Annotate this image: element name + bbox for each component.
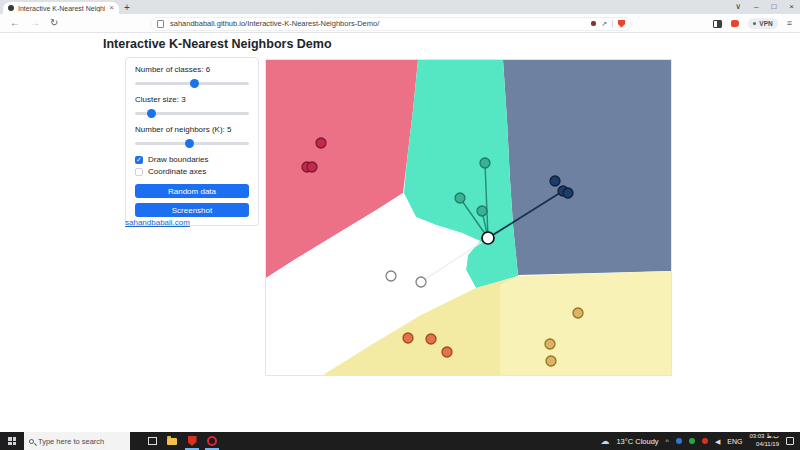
back-icon[interactable]: ← (10, 18, 20, 28)
task-view-icon (148, 437, 157, 445)
coordinate-axes-row[interactable]: Coordinate axes (135, 167, 249, 176)
clock-date: 04/11/19 (756, 441, 779, 447)
region-yellow-right (500, 271, 671, 375)
browser-navbar: ← → ↻ sahandbabali.github.io/Interactive… (0, 14, 800, 33)
tray-expand-icon[interactable]: ^ (666, 438, 669, 445)
shield-app-button[interactable] (182, 432, 202, 450)
coordinate-axes-label: Coordinate axes (148, 167, 206, 176)
speaker-icon[interactable]: ◀ (715, 438, 720, 445)
tab-close-icon[interactable]: × (109, 4, 114, 12)
draw-boundaries-row[interactable]: ✓ Draw boundaries (135, 155, 249, 164)
vpn-badge[interactable]: VPN (748, 18, 777, 29)
page-content: Interactive K-Nearest Neighbors Demo Num… (0, 34, 800, 432)
taskbar-search[interactable]: Type here to search (24, 432, 130, 450)
page-title: Interactive K-Nearest Neighbors Demo (103, 37, 332, 51)
slider-thumb[interactable] (190, 79, 199, 88)
weather-text[interactable]: 13°C Cloudy (616, 437, 658, 446)
decision-boundary-plot[interactable] (266, 60, 671, 375)
chevron-down-icon[interactable]: ∨ (735, 3, 741, 11)
address-bar-actions: ↗ (591, 20, 625, 28)
tray-red-icon[interactable] (702, 438, 708, 444)
data-point-navy[interactable] (550, 176, 560, 186)
browser-tab-bar: Interactive K-Nearest Neighbo... × + ∨ –… (0, 0, 800, 14)
tab-favicon-icon (8, 5, 14, 11)
minimize-icon[interactable]: – (754, 3, 758, 11)
data-point-red[interactable] (316, 138, 326, 148)
data-point-orange[interactable] (403, 333, 413, 343)
checkbox-unchecked-icon[interactable] (135, 168, 143, 176)
author-link[interactable]: sahandbabali.com (125, 218, 190, 227)
neighbors-label: Number of neighbors (K): 5 (135, 125, 249, 134)
new-tab-button[interactable]: + (124, 2, 130, 14)
reload-icon[interactable]: ↻ (50, 18, 58, 28)
data-point-tan[interactable] (573, 308, 583, 318)
windows-logo-icon (8, 437, 16, 445)
random-data-button[interactable]: Random data (135, 184, 249, 198)
start-button[interactable] (0, 432, 24, 450)
data-point-red[interactable] (307, 162, 317, 172)
data-point-teal[interactable] (477, 206, 487, 216)
tray-green-icon[interactable] (689, 438, 695, 444)
action-center-icon[interactable] (786, 437, 794, 445)
data-point-orange[interactable] (442, 347, 452, 357)
data-point-teal[interactable] (480, 158, 490, 168)
data-point-tan[interactable] (546, 356, 556, 366)
tab-title: Interactive K-Nearest Neighbo... (18, 5, 105, 12)
control-panel: Number of classes: 6 Cluster size: 3 Num… (125, 57, 259, 226)
screenshot-button[interactable]: Screenshot (135, 203, 249, 217)
task-view-button[interactable] (142, 432, 162, 450)
folder-icon (167, 438, 177, 445)
browser-tab[interactable]: Interactive K-Nearest Neighbo... × (3, 2, 119, 14)
neighbors-slider[interactable] (135, 139, 249, 148)
forward-icon: → (30, 18, 40, 28)
tray-blue-icon[interactable] (676, 438, 682, 444)
draw-boundaries-label: Draw boundaries (148, 155, 208, 164)
classes-slider[interactable] (135, 79, 249, 88)
search-icon (29, 439, 34, 444)
weather-icon[interactable]: ☁ (600, 437, 609, 446)
language-indicator[interactable]: ENG (727, 438, 742, 445)
data-point-tan[interactable] (545, 339, 555, 349)
taskbar-clock[interactable]: 03:03 ب.ظ 04/11/19 (749, 433, 779, 449)
slider-thumb[interactable] (147, 109, 156, 118)
window-controls: ∨ – □ × (735, 0, 794, 14)
slider-thumb[interactable] (185, 139, 194, 148)
address-bar[interactable]: sahandbabali.github.io/Interactive-K-Nea… (150, 17, 632, 31)
extension-icon[interactable] (731, 20, 739, 27)
screen: Interactive K-Nearest Neighbo... × + ∨ –… (0, 0, 800, 450)
share-icon[interactable]: ↗ (601, 20, 607, 27)
system-tray: ☁ 13°C Cloudy ^ ◀ ENG 03:03 ب.ظ 04/11/19 (600, 433, 800, 449)
url-text[interactable]: sahandbabali.github.io/Interactive-K-Nea… (170, 19, 379, 28)
toolbar-right: VPN ≡ (713, 14, 792, 33)
data-point-white[interactable] (386, 271, 396, 281)
clock-time: 03:03 ب.ظ (749, 433, 779, 439)
vpn-dot-icon (753, 22, 756, 25)
browser-app-icon (207, 436, 217, 446)
browser-app-button[interactable] (202, 432, 222, 450)
sidebar-toggle-icon[interactable] (713, 20, 722, 28)
search-placeholder: Type here to search (38, 437, 104, 446)
windows-taskbar: Type here to search ☁ 13°C Cloudy ^ ◀ EN… (0, 432, 800, 450)
data-point-orange[interactable] (426, 334, 436, 344)
region-slate (503, 60, 671, 275)
close-icon[interactable]: × (789, 3, 794, 11)
wallet-icon[interactable] (591, 21, 596, 26)
page-info-icon[interactable] (157, 20, 164, 28)
checkbox-checked-icon[interactable]: ✓ (135, 156, 143, 164)
query-point[interactable] (482, 232, 494, 244)
data-point-navy[interactable] (563, 188, 573, 198)
knn-canvas[interactable] (265, 59, 672, 376)
cluster-size-label: Cluster size: 3 (135, 95, 249, 104)
vpn-label: VPN (759, 20, 772, 27)
brave-shield-icon[interactable] (618, 20, 625, 28)
menu-icon[interactable]: ≡ (787, 19, 792, 28)
shield-app-icon (188, 436, 197, 446)
data-point-white[interactable] (416, 277, 426, 287)
file-explorer-button[interactable] (162, 432, 182, 450)
cluster-size-slider[interactable] (135, 109, 249, 118)
data-point-teal[interactable] (455, 193, 465, 203)
classes-label: Number of classes: 6 (135, 65, 249, 74)
divider (612, 20, 613, 28)
maximize-icon[interactable]: □ (771, 3, 776, 11)
